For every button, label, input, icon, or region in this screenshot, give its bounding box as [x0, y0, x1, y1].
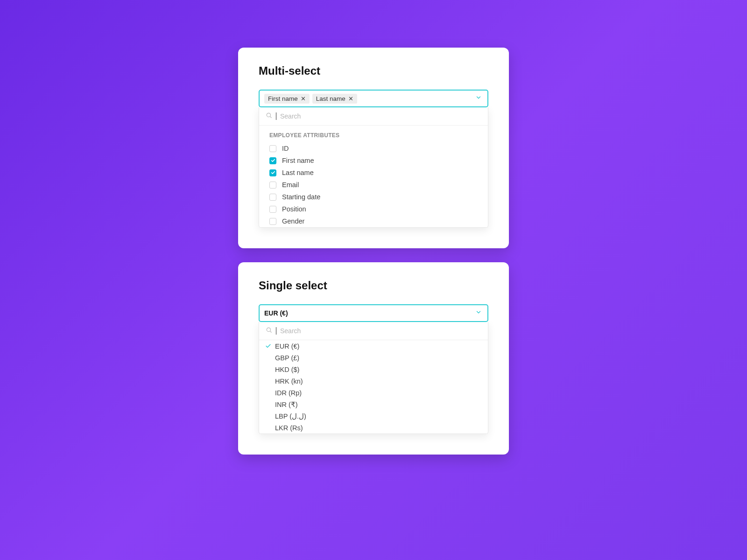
single-select-input[interactable]: EUR (€) — [259, 304, 488, 322]
checkbox[interactable] — [269, 206, 276, 213]
single-options-list: EUR (€)GBP (£)HKD ($)HRK (kn)IDR (Rp)INR… — [259, 340, 488, 434]
single-option[interactable]: EUR (€) — [259, 340, 488, 352]
multi-option[interactable]: Gender — [259, 215, 488, 227]
option-label: EUR (€) — [275, 343, 299, 350]
multi-option[interactable]: Position — [259, 203, 488, 215]
multi-option[interactable]: Email — [259, 179, 488, 191]
multi-option[interactable]: First name — [259, 154, 488, 167]
single-select-title: Single select — [259, 279, 488, 292]
checkbox[interactable] — [269, 218, 276, 225]
checkbox[interactable] — [269, 194, 276, 201]
single-selected-value: EUR (€) — [264, 309, 288, 317]
checkbox[interactable] — [269, 145, 276, 152]
option-label: Gender — [282, 217, 304, 225]
multi-option[interactable]: ID — [259, 142, 488, 154]
checkbox[interactable] — [269, 169, 276, 176]
text-cursor — [276, 112, 276, 120]
multi-options-list: IDFirst nameLast nameEmailStarting dateP… — [259, 142, 488, 227]
single-select-dropdown: EUR (€)GBP (£)HKD ($)HRK (kn)IDR (Rp)INR… — [259, 322, 488, 434]
option-label: First name — [282, 157, 314, 164]
remove-chip-icon[interactable]: ✕ — [348, 96, 353, 102]
multi-select-input[interactable]: First name ✕ Last name ✕ — [259, 90, 488, 107]
chip-label: Last name — [316, 95, 345, 102]
checkbox[interactable] — [269, 157, 276, 164]
selected-chip[interactable]: Last name ✕ — [312, 94, 357, 104]
option-label: HRK (kn) — [275, 378, 303, 385]
checkbox[interactable] — [269, 182, 276, 189]
search-input[interactable] — [280, 112, 481, 120]
multi-select-title: Multi-select — [259, 64, 488, 77]
search-icon — [266, 112, 272, 120]
search-row — [259, 322, 488, 340]
single-option[interactable]: HRK (kn) — [259, 375, 488, 387]
option-label: GBP (£) — [275, 354, 299, 362]
text-cursor — [276, 327, 276, 335]
multi-select-card: Multi-select First name ✕ Last name ✕ EM… — [238, 48, 509, 248]
single-option[interactable]: INR (₹) — [259, 399, 488, 410]
search-input[interactable] — [280, 327, 481, 335]
single-select-card: Single select EUR (€) EUR (€)GBP (£)HKD … — [238, 262, 509, 455]
option-label: Email — [282, 181, 299, 189]
single-option[interactable]: IDR (Rp) — [259, 387, 488, 399]
remove-chip-icon[interactable]: ✕ — [301, 96, 306, 102]
multi-option[interactable]: Starting date — [259, 191, 488, 203]
chip-label: First name — [268, 95, 298, 102]
option-label: LKR (Rs) — [275, 424, 303, 432]
single-option[interactable]: LBP (ل.ل) — [259, 410, 488, 422]
option-label: ID — [282, 145, 289, 152]
chevron-down-icon[interactable] — [475, 309, 482, 317]
option-label: IDR (Rp) — [275, 389, 302, 397]
option-label: INR (₹) — [275, 401, 298, 408]
check-icon — [265, 343, 271, 349]
svg-line-3 — [270, 331, 272, 333]
multi-option[interactable]: Last name — [259, 167, 488, 179]
option-label: Starting date — [282, 193, 320, 201]
option-label: LBP (ل.ل) — [275, 413, 306, 420]
single-option[interactable]: LKR (Rs) — [259, 422, 488, 434]
option-group-header: EMPLOYEE ATTRIBUTES — [259, 126, 488, 142]
svg-line-1 — [270, 117, 272, 118]
single-option[interactable]: HKD ($) — [259, 364, 488, 375]
option-label: Position — [282, 205, 306, 213]
option-label: HKD ($) — [275, 366, 299, 373]
search-icon — [266, 327, 272, 335]
chevron-down-icon[interactable] — [475, 94, 482, 103]
option-label: Last name — [282, 169, 314, 176]
search-row — [259, 107, 488, 126]
selected-chip[interactable]: First name ✕ — [264, 94, 310, 104]
single-option[interactable]: GBP (£) — [259, 352, 488, 364]
multi-select-dropdown: EMPLOYEE ATTRIBUTES IDFirst nameLast nam… — [259, 107, 488, 228]
